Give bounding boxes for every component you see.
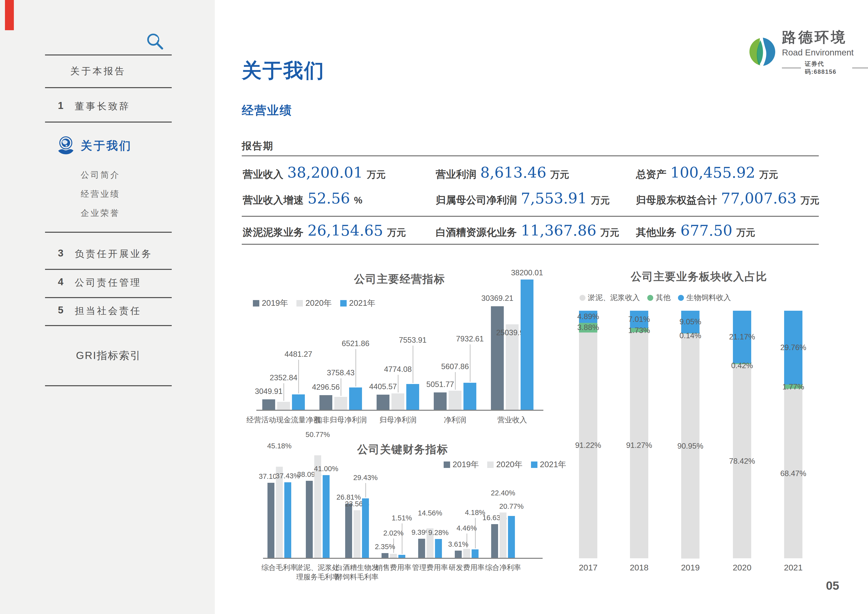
bar-2019年 bbox=[381, 553, 389, 558]
leader-line bbox=[356, 349, 356, 387]
chart-revenue-share: 公司主要业务板块收入占比 淤泥、泥浆收入其他生物饲料收入 4.89%3.88%9… bbox=[574, 267, 824, 579]
bar-2019年 bbox=[377, 395, 389, 410]
year-label: 2019 bbox=[671, 563, 710, 572]
divider bbox=[242, 244, 819, 245]
data-label: 7932.61 bbox=[456, 334, 484, 344]
leader-line bbox=[475, 518, 476, 549]
bar-2021年 bbox=[406, 384, 419, 410]
sidebar-item-number: 5 bbox=[58, 305, 64, 316]
sidebar-divider bbox=[45, 385, 172, 386]
bar-2020年 bbox=[390, 554, 397, 558]
bar-2019年 bbox=[345, 504, 352, 558]
bar-2021年 bbox=[362, 498, 369, 558]
bar-2021年 bbox=[521, 280, 533, 410]
bar-2021年 bbox=[284, 482, 291, 558]
metric-label: 营业利润 bbox=[436, 168, 476, 181]
metric-operating-profit: 营业利润 8,613.46 万元 bbox=[436, 164, 569, 181]
sidebar-divider bbox=[45, 297, 172, 298]
metric-label: 白酒糟资源化业务 bbox=[436, 225, 517, 239]
metric-value: 100,455.92 bbox=[670, 164, 755, 181]
sidebar-divider bbox=[45, 121, 172, 123]
metric-label: 营业收入增速 bbox=[243, 193, 304, 207]
metric-value: 8,613.46 bbox=[480, 164, 546, 181]
data-label: 91.27% bbox=[626, 441, 652, 450]
bar-2021年 bbox=[508, 516, 515, 558]
bar-2019年 bbox=[319, 395, 332, 410]
sidebar-item-number: 3 bbox=[58, 247, 64, 259]
bar-2021年 bbox=[349, 387, 362, 410]
metric-label: 归属母公司净利润 bbox=[436, 193, 517, 207]
bar-2020年 bbox=[499, 513, 507, 558]
data-label: 3.61% bbox=[448, 540, 468, 549]
data-label: 9.05% bbox=[679, 317, 701, 326]
metric-unit: 万元 bbox=[367, 168, 386, 181]
metric-value: 38,200.01 bbox=[287, 164, 363, 181]
sidebar-divider bbox=[45, 325, 172, 326]
search-icon[interactable] bbox=[145, 32, 165, 52]
sidebar-item-responsible-business[interactable]: 负责任开展业务 bbox=[75, 247, 153, 260]
data-label: 29.43% bbox=[353, 474, 378, 482]
bar-2020年 bbox=[277, 402, 290, 410]
year-label: 2021 bbox=[773, 563, 813, 572]
metric-label: 其他业务 bbox=[636, 225, 676, 239]
sidebar-subitem-company-profile[interactable]: 公司简介 bbox=[81, 169, 120, 181]
year-label: 2020 bbox=[722, 563, 762, 572]
data-label: 5607.86 bbox=[441, 362, 469, 371]
data-label: 41.00% bbox=[314, 465, 338, 473]
company-logo-icon bbox=[747, 34, 777, 69]
data-label: 3758.43 bbox=[327, 368, 355, 377]
data-label: 29.76% bbox=[780, 343, 806, 352]
sidebar-item-about-us[interactable]: 关于我们 bbox=[81, 138, 132, 154]
metric-label: 淤泥泥浆业务 bbox=[243, 225, 304, 239]
bar-2019年 bbox=[491, 524, 498, 558]
bar-2019年 bbox=[434, 392, 446, 410]
data-label: 2.35% bbox=[375, 543, 395, 551]
sidebar-item-gri-index[interactable]: GRI指标索引 bbox=[76, 348, 141, 362]
year-label: 2017 bbox=[568, 563, 608, 572]
metric-net-profit-parent: 归属母公司净利润 7,553.91 万元 bbox=[436, 190, 610, 207]
sidebar-item-responsibility-management[interactable]: 公司责任管理 bbox=[75, 276, 141, 289]
data-label: 45.18% bbox=[267, 442, 291, 450]
metric-unit: 万元 bbox=[736, 226, 755, 239]
sidebar-subitem-operating-performance[interactable]: 经营业绩 bbox=[81, 188, 120, 200]
leader-line bbox=[298, 360, 299, 393]
chart-plot: 3049.912352.844481.27经营活动现金流量净额4296.5637… bbox=[253, 267, 547, 436]
data-label: 0.14% bbox=[679, 331, 701, 340]
category-label: 综合净利率 bbox=[466, 563, 540, 572]
metric-value: 11,367.86 bbox=[521, 222, 596, 239]
data-label: 30369.21 bbox=[481, 294, 513, 303]
data-label: 0.42% bbox=[731, 361, 753, 370]
data-label: 4296.56 bbox=[312, 383, 340, 392]
data-label: 50.77% bbox=[305, 431, 330, 439]
sidebar-item-number: 4 bbox=[58, 276, 64, 288]
data-label: 78.42% bbox=[729, 457, 755, 466]
metric-sludge-business: 淤泥泥浆业务 26,154.65 万元 bbox=[243, 222, 406, 239]
sidebar-divider bbox=[45, 54, 172, 56]
data-label: 14.56% bbox=[418, 509, 442, 517]
bar-2021年 bbox=[292, 395, 305, 410]
metric-unit: % bbox=[354, 195, 363, 206]
leader-line bbox=[455, 372, 456, 390]
bar-2019年 bbox=[306, 481, 313, 558]
category-label: 营业收入 bbox=[465, 415, 559, 424]
bar-2019年 bbox=[491, 306, 504, 410]
sidebar-item-chairman-speech[interactable]: 董事长致辞 bbox=[75, 100, 130, 113]
leader-line bbox=[366, 483, 366, 497]
data-label: 5051.77 bbox=[426, 380, 454, 389]
data-label: 20.77% bbox=[499, 502, 524, 510]
dash-line bbox=[852, 68, 868, 68]
sidebar-item-about-report[interactable]: 关于本报告 bbox=[70, 65, 126, 78]
data-label: 2352.84 bbox=[270, 373, 298, 382]
logo-stock-code: 证券代码:688156 bbox=[782, 60, 868, 76]
leader-line bbox=[341, 378, 341, 396]
chart-plot: 4.89%3.88%91.22%20177.01%1.73%91.27%2018… bbox=[574, 267, 824, 579]
sidebar-item-social-responsibility[interactable]: 担当社会责任 bbox=[75, 305, 141, 317]
sidebar-subitem-corporate-honors[interactable]: 企业荣誉 bbox=[81, 207, 120, 219]
dash-line bbox=[782, 68, 801, 68]
data-label: 7553.91 bbox=[399, 336, 426, 345]
logo-name-cn: 路德环境 bbox=[782, 28, 868, 47]
report-page: 关于本报告 1 董事长致辞 关于我们 公司简介 经营业绩 企业荣誉 3 负责任开… bbox=[0, 0, 868, 614]
bar-2021年 bbox=[471, 549, 479, 558]
bar-2020年 bbox=[463, 549, 470, 558]
data-label: 2.02% bbox=[383, 529, 403, 537]
